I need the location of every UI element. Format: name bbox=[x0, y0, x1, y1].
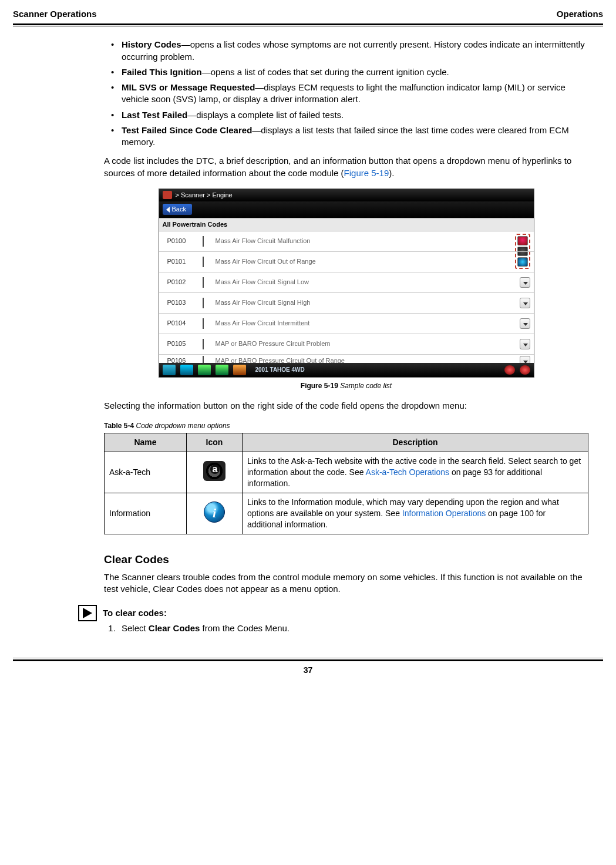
dropdown-button[interactable] bbox=[520, 277, 530, 288]
information-icon bbox=[204, 502, 225, 523]
dropdown-button[interactable] bbox=[520, 339, 530, 349]
divider bbox=[203, 356, 204, 363]
taskbar-icon[interactable] bbox=[216, 365, 228, 375]
dtc-code: P0104 bbox=[167, 319, 203, 328]
bullet-term: Failed This Ignition bbox=[122, 67, 202, 77]
page-number: 37 bbox=[13, 665, 603, 676]
procedure-steps: Select Clear Codes from the Codes Menu. bbox=[118, 622, 588, 634]
dtc-desc: MAP or BARO Pressure Circuit Out of Rang… bbox=[216, 356, 520, 362]
divider bbox=[203, 257, 204, 267]
breadcrumb: > Scanner > Engine bbox=[176, 191, 233, 200]
bullet-item: History Codes—opens a list codes whose s… bbox=[115, 39, 588, 63]
app-icon bbox=[163, 191, 172, 199]
th-desc: Description bbox=[243, 433, 588, 452]
cell-desc: Links to the Information module, which m… bbox=[243, 493, 588, 534]
dtc-desc: Mass Air Flow Circuit Out of Range bbox=[216, 257, 530, 266]
step-text: from the Codes Menu. bbox=[200, 623, 290, 633]
dropdown-button[interactable] bbox=[520, 356, 530, 363]
back-button[interactable]: Back bbox=[163, 204, 192, 215]
footer-rule-thick bbox=[13, 659, 603, 661]
code-row[interactable]: P0106MAP or BARO Pressure Circuit Out of… bbox=[159, 355, 534, 363]
paragraph: The Scanner clears trouble codes from th… bbox=[104, 571, 588, 595]
cross-ref-link[interactable]: Ask-a-Tech Operations bbox=[366, 467, 449, 477]
step-text: Select bbox=[122, 623, 149, 633]
step-term: Clear Codes bbox=[149, 623, 200, 633]
bullet-list: History Codes—opens a list codes whose s… bbox=[104, 39, 588, 148]
procedure-heading: To clear codes: bbox=[103, 607, 588, 619]
table-caption: Table 5-4 Code dropdown menu options bbox=[104, 421, 588, 430]
taskbar-icon[interactable] bbox=[180, 365, 193, 375]
header-left: Scanner Operations bbox=[13, 8, 97, 20]
th-name: Name bbox=[105, 433, 187, 452]
figure-label: Figure 5-19 bbox=[301, 382, 340, 390]
cross-ref-link[interactable]: Information Operations bbox=[402, 509, 486, 518]
toolbar: Back bbox=[159, 201, 534, 218]
bullet-item: Failed This Ignition—opens a list of cod… bbox=[115, 66, 588, 78]
dropdown-button[interactable] bbox=[520, 298, 530, 308]
cell-icon bbox=[187, 493, 243, 534]
bullet-term: MIL SVS or Message Requested bbox=[122, 82, 255, 92]
code-row[interactable]: P0103Mass Air Flow Circuit Signal High bbox=[159, 293, 534, 314]
cell-desc: Links to the Ask-a-Tech website with the… bbox=[243, 452, 588, 493]
table-title: Code dropdown menu options bbox=[136, 422, 230, 430]
bullet-text: —displays a complete list of failed test… bbox=[187, 110, 344, 120]
taskbar-icon[interactable] bbox=[233, 365, 246, 375]
dtc-code: P0102 bbox=[167, 278, 203, 287]
options-table: Name Icon Description Ask-a-Tech Links t… bbox=[104, 433, 588, 534]
dtc-code: P0100 bbox=[167, 237, 203, 245]
bullet-item: Test Failed Since Code Cleared—displays … bbox=[115, 124, 588, 149]
cell-icon bbox=[187, 452, 243, 493]
ask-a-tech-icon bbox=[203, 461, 225, 481]
breadcrumb-bar: > Scanner > Engine bbox=[159, 189, 534, 201]
taskbar: 2001 TAHOE 4WD bbox=[159, 363, 534, 377]
code-row[interactable]: P0100Mass Air Flow Circuit Malfunction bbox=[159, 231, 534, 252]
code-row[interactable]: P0105MAP or BARO Pressure Circuit Proble… bbox=[159, 334, 534, 355]
table-row: Ask-a-Tech Links to the Ask-a-Tech websi… bbox=[105, 452, 588, 493]
para-text: A code list includes the DTC, a brief de… bbox=[104, 156, 571, 177]
bullet-term: Test Failed Since Code Cleared bbox=[122, 125, 252, 135]
vehicle-label: 2001 TAHOE 4WD bbox=[251, 366, 500, 374]
divider bbox=[203, 298, 204, 308]
status-icon bbox=[520, 365, 530, 375]
divider bbox=[203, 339, 204, 349]
dtc-desc: Mass Air Flow Circuit Intermittent bbox=[216, 319, 520, 328]
dtc-code: P0105 bbox=[167, 339, 203, 348]
divider bbox=[203, 318, 204, 329]
taskbar-icon[interactable] bbox=[198, 365, 211, 375]
status-icon bbox=[504, 365, 515, 375]
dropdown-button[interactable] bbox=[520, 318, 530, 329]
home-icon[interactable] bbox=[163, 365, 176, 375]
header-right: Operations bbox=[557, 8, 603, 20]
table-row: Information Links to the Information mod… bbox=[105, 493, 588, 534]
divider bbox=[203, 236, 204, 247]
th-icon: Icon bbox=[187, 433, 243, 452]
code-row[interactable]: P0104Mass Air Flow Circuit Intermittent bbox=[159, 314, 534, 334]
dtc-code: P0103 bbox=[167, 298, 203, 307]
bullet-text: —opens a list of codes that set during t… bbox=[202, 67, 449, 77]
dtc-desc: MAP or BARO Pressure Circuit Problem bbox=[216, 339, 520, 348]
header-rule-thick bbox=[13, 23, 603, 25]
dtc-desc: Mass Air Flow Circuit Signal High bbox=[216, 298, 520, 307]
cell-name: Ask-a-Tech bbox=[105, 452, 187, 493]
bullet-item: MIL SVS or Message Requested—displays EC… bbox=[115, 82, 588, 106]
dtc-code: P0106 bbox=[167, 356, 203, 362]
para-text: ). bbox=[389, 168, 394, 178]
dtc-desc: Mass Air Flow Circuit Malfunction bbox=[216, 237, 530, 245]
dtc-code: P0101 bbox=[167, 257, 203, 266]
table-label: Table 5-4 bbox=[104, 422, 136, 430]
bullet-term: History Codes bbox=[122, 39, 181, 49]
paragraph: Selecting the information button on the … bbox=[104, 400, 588, 412]
figure-caption: Figure 5-19 Sample code list bbox=[104, 381, 588, 391]
screenshot-figure: > Scanner > Engine Back All Powertrain C… bbox=[159, 189, 534, 378]
step: Select Clear Codes from the Codes Menu. bbox=[118, 622, 588, 634]
dtc-desc: Mass Air Flow Circuit Signal Low bbox=[216, 278, 520, 287]
procedure-icon bbox=[78, 605, 97, 621]
cell-name: Information bbox=[105, 493, 187, 534]
header-rule-thin bbox=[13, 26, 603, 27]
figure-ref-link[interactable]: Figure 5-19 bbox=[344, 168, 389, 178]
paragraph: A code list includes the DTC, a brief de… bbox=[104, 155, 588, 179]
code-row[interactable]: P0101Mass Air Flow Circuit Out of Range bbox=[159, 252, 534, 272]
footer-rule-thin bbox=[13, 658, 603, 658]
figure-title: Sample code list bbox=[340, 382, 392, 390]
code-row[interactable]: P0102Mass Air Flow Circuit Signal Low bbox=[159, 272, 534, 293]
